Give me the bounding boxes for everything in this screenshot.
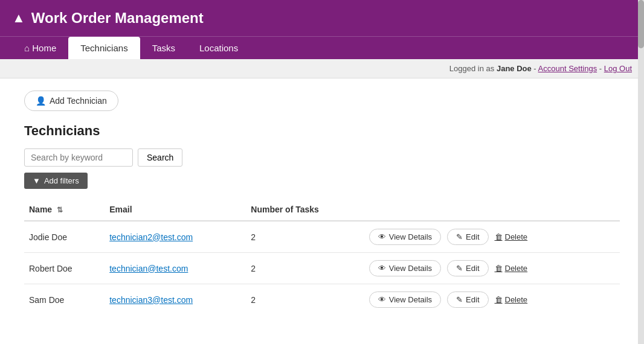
technicians-table: Name ⇅ Email Number of Tasks Jodie Doe t…: [24, 199, 620, 315]
view-details-button[interactable]: 👁 View Details: [369, 229, 441, 245]
nav-tasks[interactable]: Tasks: [140, 37, 187, 59]
cell-email: technician2@test.com: [105, 221, 246, 253]
sort-icon[interactable]: ⇅: [57, 206, 63, 214]
table-row: Jodie Doe technician2@test.com 2 👁 View …: [24, 221, 620, 253]
edit-icon: ✎: [456, 295, 463, 304]
search-input[interactable]: [24, 148, 133, 167]
email-link[interactable]: technician3@test.com: [109, 295, 193, 305]
filters-row: ▼ Add filters: [24, 173, 620, 189]
eye-icon: 👁: [378, 295, 386, 304]
page-title: Technicians: [24, 123, 620, 139]
email-link[interactable]: technician@test.com: [109, 264, 188, 273]
col-name: Name ⇅: [24, 199, 105, 221]
nav-home[interactable]: ⌂ Home: [12, 37, 68, 59]
email-link[interactable]: technician2@test.com: [109, 232, 193, 242]
filter-icon: ▼: [33, 176, 40, 185]
add-technician-button[interactable]: 👤 Add Technician: [24, 91, 118, 111]
auth-bar: Logged in as Jane Doe - Account Settings…: [0, 59, 644, 78]
col-email: Email: [105, 199, 246, 221]
main-content: 👤 Add Technician Technicians Search ▼ Ad…: [0, 78, 644, 327]
edit-button[interactable]: ✎ Edit: [447, 229, 488, 245]
view-details-button[interactable]: 👁 View Details: [369, 260, 441, 276]
cell-actions: 👁 View Details ✎ Edit 🗑 Delete: [364, 221, 620, 253]
cell-num-tasks: 2: [246, 253, 364, 284]
search-row: Search: [24, 148, 620, 167]
trash-icon: 🗑: [495, 264, 503, 273]
app-icon: ▲: [12, 10, 25, 26]
scrollbar-thumb[interactable]: [638, 0, 644, 48]
cell-name: Jodie Doe: [24, 221, 105, 253]
cell-actions: 👁 View Details ✎ Edit 🗑 Delete: [364, 284, 620, 316]
navigation: ⌂ Home Technicians Tasks Locations: [0, 36, 644, 59]
logged-in-text: Logged in as: [449, 64, 497, 73]
cell-name: Sam Doe: [24, 284, 105, 316]
edit-icon: ✎: [456, 232, 463, 241]
cell-email: technician3@test.com: [105, 284, 246, 316]
delete-button[interactable]: 🗑 Delete: [495, 292, 528, 307]
table-row: Sam Doe technician3@test.com 2 👁 View De…: [24, 284, 620, 316]
search-button[interactable]: Search: [138, 148, 182, 167]
eye-icon: 👁: [378, 264, 386, 273]
edit-button[interactable]: ✎ Edit: [447, 260, 488, 276]
app-title: ▲ Work Order Management: [12, 10, 204, 27]
delete-button[interactable]: 🗑 Delete: [495, 229, 528, 244]
add-filters-button[interactable]: ▼ Add filters: [24, 173, 88, 189]
trash-icon: 🗑: [495, 232, 503, 241]
nav-locations[interactable]: Locations: [187, 37, 250, 59]
table-row: Robert Doe technician@test.com 2 👁 View …: [24, 253, 620, 284]
col-actions: [364, 199, 620, 221]
edit-button[interactable]: ✎ Edit: [447, 291, 488, 308]
eye-icon: 👁: [378, 232, 386, 241]
account-settings-link[interactable]: Account Settings: [538, 64, 597, 73]
trash-icon: 🗑: [495, 295, 503, 304]
scrollbar[interactable]: [638, 0, 644, 344]
cell-num-tasks: 2: [246, 284, 364, 316]
log-out-link[interactable]: Log Out: [604, 64, 632, 73]
user-name: Jane Doe: [497, 64, 532, 73]
table-header-row: Name ⇅ Email Number of Tasks: [24, 199, 620, 221]
view-details-button[interactable]: 👁 View Details: [369, 291, 441, 308]
nav-technicians[interactable]: Technicians: [68, 37, 140, 59]
delete-button[interactable]: 🗑 Delete: [495, 261, 528, 276]
cell-email: technician@test.com: [105, 253, 246, 284]
edit-icon: ✎: [456, 264, 463, 273]
cell-name: Robert Doe: [24, 253, 105, 284]
cell-num-tasks: 2: [246, 221, 364, 253]
header: ▲ Work Order Management: [0, 0, 644, 36]
add-technician-icon: 👤: [36, 96, 46, 106]
col-num-tasks: Number of Tasks: [246, 199, 364, 221]
cell-actions: 👁 View Details ✎ Edit 🗑 Delete: [364, 253, 620, 284]
